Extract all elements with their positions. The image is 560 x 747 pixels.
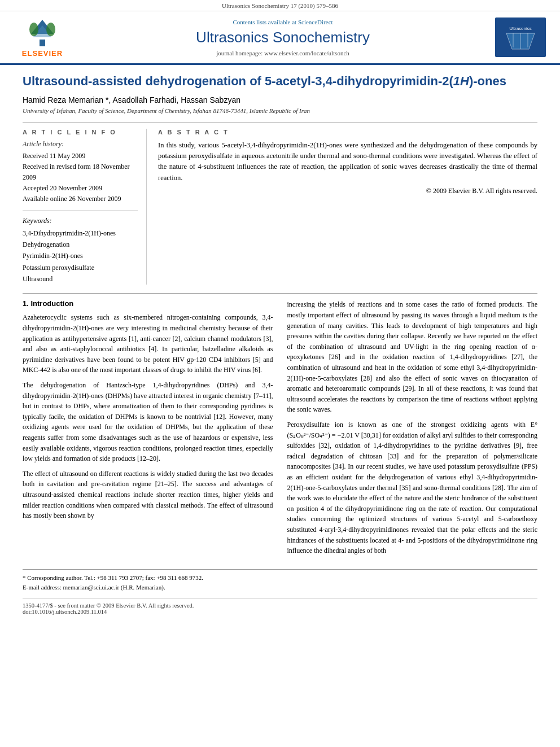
keywords-label: Keywords: bbox=[23, 217, 138, 225]
footer-bar: 1350-4177/$ - see front matter © 2009 El… bbox=[23, 599, 537, 615]
title-prefix: Ultrasound-assisted dehydrogenation of 5… bbox=[23, 74, 453, 88]
history-label: Article history: bbox=[23, 140, 138, 148]
main-content: Ultrasound-assisted dehydrogenation of 5… bbox=[0, 65, 560, 626]
introduction-heading: 1. Introduction bbox=[23, 299, 273, 308]
elsevier-label: ELSEVIER bbox=[22, 49, 63, 58]
svg-rect-0 bbox=[40, 40, 45, 46]
footnote-section: * Corresponding author. Tel.: +98 311 79… bbox=[23, 569, 537, 593]
article-dates: Received 11 May 2009 Received in revised… bbox=[23, 151, 138, 205]
elsevier-tree-icon bbox=[23, 17, 62, 48]
keyword-3: Pyrimidin-2(1H)-ones bbox=[23, 250, 138, 261]
footer-copyright: 1350-4177/$ - see front matter © 2009 El… bbox=[23, 602, 537, 609]
divider-2 bbox=[23, 293, 537, 294]
svg-point-3 bbox=[29, 23, 38, 36]
footnote-star: * Corresponding author. Tel.: +98 311 79… bbox=[23, 573, 537, 583]
abstract-column: A B S T R A C T In this study, various 5… bbox=[158, 129, 537, 285]
journal-header-center: Contents lists available at ScienceDirec… bbox=[79, 19, 487, 56]
elsevier-logo: ELSEVIER bbox=[11, 17, 73, 58]
available-date: Available online 26 November 2009 bbox=[23, 194, 138, 204]
sciencedirect-link: Contents lists available at ScienceDirec… bbox=[79, 19, 487, 25]
ultrasonics-logo-svg: Ultrasonics bbox=[498, 22, 543, 53]
revised-date: Received in revised form 18 November 200… bbox=[23, 161, 138, 183]
article-title: Ultrasound-assisted dehydrogenation of 5… bbox=[23, 73, 537, 90]
body-left-column: 1. Introduction Azaheterocyclic systems … bbox=[23, 299, 273, 560]
article-info-label: A R T I C L E I N F O bbox=[23, 129, 138, 136]
journal-citation: Ultrasonics Sonochemistry 17 (2010) 579–… bbox=[222, 2, 338, 9]
keywords-list: 3,4-Dihydropyrimidin-2(1H)-ones Dehydrog… bbox=[23, 228, 138, 285]
copyright: © 2009 Elsevier B.V. All rights reserved… bbox=[158, 187, 537, 195]
journal-logo-right: Ultrasonics bbox=[492, 18, 549, 57]
right-para-2: Peroxydisulfate ion is known as one of t… bbox=[287, 420, 538, 556]
article-info-column: A R T I C L E I N F O Article history: R… bbox=[23, 129, 147, 285]
divider-keywords bbox=[23, 211, 138, 211]
article-info-abstract-section: A R T I C L E I N F O Article history: R… bbox=[23, 129, 537, 285]
right-para-1: increasing the yields of reactions and i… bbox=[287, 299, 538, 415]
keyword-1: 3,4-Dihydropyrimidin-2(1H)-ones bbox=[23, 228, 138, 239]
elsevier-branding: ELSEVIER bbox=[11, 17, 73, 58]
divider-1 bbox=[23, 123, 537, 123]
top-bar: Ultrasonics Sonochemistry 17 (2010) 579–… bbox=[0, 0, 560, 11]
journal-header: ELSEVIER Contents lists available at Sci… bbox=[0, 11, 560, 65]
accepted-date: Accepted 20 November 2009 bbox=[23, 183, 138, 194]
journal-homepage: journal homepage: www.elsevier.com/locat… bbox=[79, 50, 487, 56]
keyword-5: Ultrasound bbox=[23, 273, 138, 285]
authors: Hamid Reza Memarian *, Asadollah Farhadi… bbox=[23, 95, 537, 104]
sciencedirect-name[interactable]: ScienceDirect bbox=[298, 19, 333, 25]
footer-doi: doi:10.1016/j.ultsonch.2009.11.014 bbox=[23, 609, 537, 615]
page-wrapper: Ultrasonics Sonochemistry 17 (2010) 579–… bbox=[0, 0, 560, 747]
title-suffix: )-ones bbox=[469, 74, 506, 88]
svg-text:Ultrasonics: Ultrasonics bbox=[509, 26, 532, 31]
body-right-column: increasing the yields of reactions and i… bbox=[287, 299, 538, 560]
affiliation: University of Isfahan, Faculty of Scienc… bbox=[23, 107, 537, 114]
title-italic: 1H bbox=[453, 74, 469, 88]
footnote-email: E-mail address: memarian@sci.ui.ac.ir (H… bbox=[23, 583, 537, 593]
received-date: Received 11 May 2009 bbox=[23, 151, 138, 161]
journal-title: Ultrasonics Sonochemistry bbox=[79, 29, 487, 46]
intro-para-1: Azaheterocyclic systems such as six-memb… bbox=[23, 312, 273, 375]
intro-para-2: The dehydrogenation of Hantzsch-type 1,4… bbox=[23, 380, 273, 464]
keyword-4: Potassium peroxydisulfate bbox=[23, 262, 138, 273]
sciencedirect-label: Contents lists available at bbox=[233, 19, 298, 25]
ultrasonics-logo: Ultrasonics bbox=[495, 18, 546, 57]
body-content: 1. Introduction Azaheterocyclic systems … bbox=[23, 299, 537, 560]
abstract-text: In this study, various 5-acetyl-3,4-dihy… bbox=[158, 140, 537, 184]
keyword-2: Dehydrogenation bbox=[23, 239, 138, 250]
svg-point-4 bbox=[46, 23, 55, 36]
abstract-label: A B S T R A C T bbox=[158, 129, 537, 136]
intro-para-3: The effect of ultrasound on different re… bbox=[23, 469, 273, 521]
